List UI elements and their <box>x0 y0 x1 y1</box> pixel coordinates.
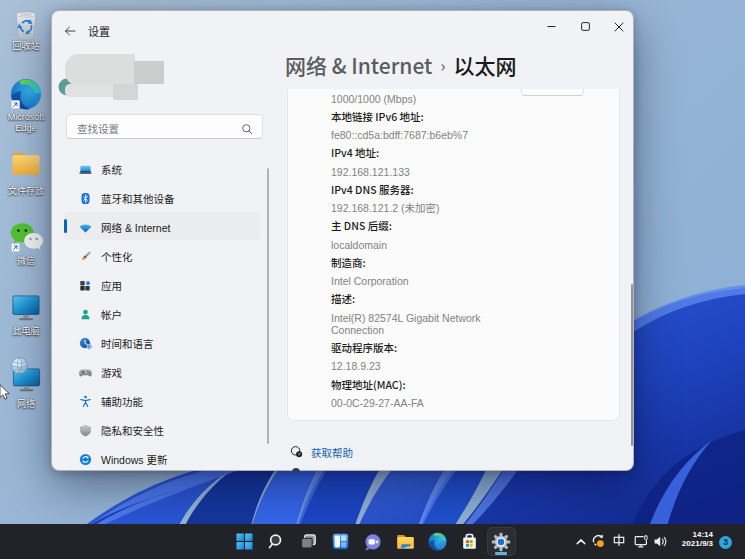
sidebar-scrollbar[interactable] <box>267 168 269 444</box>
property-value: 12.18.9.23 <box>331 360 381 373</box>
desktop-icon-label: Microsoft Edge <box>0 112 56 133</box>
nav-item-accessibility[interactable]: 辅助功能 <box>64 386 260 414</box>
tray-clock[interactable]: 14:14 2021/9/3 <box>682 530 713 549</box>
network-icon <box>79 220 92 233</box>
nav-item-label: 时间和语言 <box>101 336 154 351</box>
desktop-icon-label: 回收站 <box>0 41 56 52</box>
nav-item-label: 个性化 <box>101 249 133 264</box>
desktop-icon-label: 微信 <box>0 256 56 267</box>
notification-badge[interactable]: 3 <box>719 536 732 549</box>
taskbar-file-explorer-button[interactable] <box>391 527 420 556</box>
nav-item-time-language[interactable]: 时间和语言 <box>64 328 260 356</box>
folder-icon <box>0 150 52 182</box>
property-value: 192.168.121.133 <box>331 166 410 179</box>
tray-ime-indicator-icon[interactable] <box>612 533 626 551</box>
property-label: 驱动程序版本: <box>331 342 397 355</box>
taskbar-chat-button[interactable] <box>358 527 387 556</box>
windows-update-icon <box>79 452 92 465</box>
tray-time: 14:14 <box>682 530 713 540</box>
chat-icon <box>364 533 382 551</box>
property-value: 192.168.121.2 (未加密) <box>331 202 440 215</box>
tray-sync-icon[interactable] <box>591 533 606 552</box>
mouse-cursor <box>0 384 10 405</box>
breadcrumb-parent[interactable]: 网络 & Internet <box>285 50 432 80</box>
property-label: IPv4 地址: <box>331 147 379 160</box>
tray-expand-chevron-up-icon[interactable] <box>575 534 587 552</box>
bluetooth-icon <box>79 191 92 204</box>
nav-item-label: 帐户 <box>101 307 122 322</box>
nav-item-label: 游戏 <box>101 365 122 380</box>
shortcut-arrow-icon <box>11 238 20 256</box>
taskbar-store-button[interactable] <box>455 527 484 556</box>
nav-item-personalization[interactable]: 个性化 <box>64 241 260 269</box>
time-language-icon <box>79 336 92 349</box>
nav-item-system[interactable]: 系统 <box>64 154 260 182</box>
nav-item-label: 系统 <box>101 162 122 177</box>
search-settings-input[interactable]: 查找设置 <box>66 114 263 139</box>
search-placeholder: 查找设置 <box>77 121 119 136</box>
nav-item-accounts[interactable]: 帐户 <box>64 299 260 327</box>
property-value: fe80::cd5a:bdff:7687:b6eb%7 <box>331 129 468 142</box>
property-value: Intel(R) 82574L Gigabit Network Connecti… <box>331 312 511 336</box>
store-icon <box>461 533 478 550</box>
nav-item-windows-update[interactable]: Windows 更新 <box>64 444 260 472</box>
apps-icon <box>79 278 92 291</box>
desktop-icon-label: 文件存放 <box>0 186 56 197</box>
nav-item-network[interactable]: 网络 & Internet <box>64 212 260 240</box>
taskbar-widgets-button[interactable] <box>326 527 355 556</box>
accessibility-icon <box>79 394 92 407</box>
breadcrumb-separator: › <box>432 53 453 77</box>
taskbar-settings-button[interactable] <box>487 527 516 556</box>
nav-item-apps[interactable]: 应用 <box>64 270 260 298</box>
content-scrollbar[interactable] <box>631 284 633 446</box>
nav-item-label: Windows 更新 <box>101 452 168 467</box>
get-help-icon: ? <box>290 444 303 462</box>
system-icon <box>79 162 92 175</box>
nav-item-gaming[interactable]: 游戏 <box>64 357 260 385</box>
user-account-redacted[interactable] <box>52 11 282 125</box>
property-value: 00-0C-29-27-AA-FA <box>331 397 424 410</box>
get-help-label: 获取帮助 <box>311 445 353 460</box>
property-value: Intel Corporation <box>331 275 409 288</box>
widgets-icon <box>332 533 349 550</box>
nav-item-privacy[interactable]: 隐私和安全性 <box>64 415 260 443</box>
property-label: 本地链接 IPv6 地址: <box>331 111 424 124</box>
edge-icon <box>0 78 52 114</box>
property-label: 制造商: <box>331 257 366 270</box>
nav-item-label: 辅助功能 <box>101 394 143 409</box>
tray-date: 2021/9/3 <box>682 539 713 549</box>
taskbar-search-button[interactable] <box>262 527 291 556</box>
nav-item-label: 网络 & Internet <box>101 220 170 235</box>
desktop-icon-label: 此电脑 <box>0 326 56 337</box>
this-pc-icon <box>0 295 52 327</box>
property-label: 主 DNS 后缀: <box>331 220 392 233</box>
property-label: IPv4 DNS 服务器: <box>331 184 414 197</box>
tray-volume-icon[interactable] <box>653 534 668 553</box>
taskbar-start-button[interactable] <box>230 527 259 556</box>
maximize-button[interactable] <box>573 20 597 33</box>
breadcrumb-current: 以太网 <box>453 50 516 80</box>
property-label: 物理地址(MAC): <box>331 379 406 392</box>
taskbar-edge-button[interactable] <box>423 527 452 556</box>
selected-indicator <box>64 219 67 233</box>
copy-button[interactable] <box>521 89 584 96</box>
taskbar: 14:14 2021/9/3 <box>0 524 745 559</box>
tray-network-icon[interactable] <box>634 534 650 553</box>
edge-icon <box>428 532 447 551</box>
nav-item-label: 隐私和安全性 <box>101 423 164 438</box>
active-app-indicator <box>495 552 507 554</box>
settings-icon <box>491 532 511 552</box>
taskbar-task-view-button[interactable] <box>294 527 323 556</box>
wechat-icon <box>0 221 52 257</box>
close-button[interactable] <box>607 20 631 33</box>
start-icon <box>236 533 253 550</box>
nav-item-bluetooth[interactable]: 蓝牙和其他设备 <box>64 183 260 211</box>
property-value: 1000/1000 (Mbps) <box>331 93 416 106</box>
gaming-icon <box>79 365 92 378</box>
privacy-icon <box>79 423 92 436</box>
get-help-link[interactable]: ? 获取帮助 <box>290 444 490 460</box>
minimize-button[interactable] <box>539 20 563 33</box>
settings-content: 1000/1000 (Mbps)本地链接 IPv6 地址:fe80::cd5a:… <box>271 89 635 471</box>
shortcut-arrow-icon <box>11 95 20 113</box>
property-value: localdomain <box>331 239 387 252</box>
